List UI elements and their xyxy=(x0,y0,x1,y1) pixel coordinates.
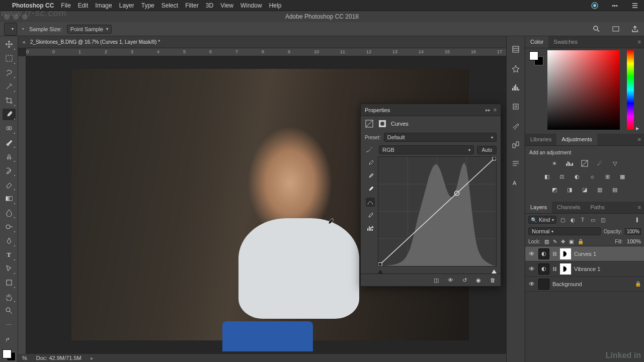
brush-tool[interactable] xyxy=(3,136,16,148)
shape-tool[interactable] xyxy=(3,277,16,289)
menu-3d[interactable]: 3D xyxy=(206,2,213,9)
edit-toolbar[interactable]: ⋯ xyxy=(3,319,16,331)
hand-tool[interactable] xyxy=(3,291,16,303)
blur-tool[interactable] xyxy=(3,207,16,219)
layer-mask-thumb[interactable] xyxy=(560,248,571,259)
menu-filter[interactable]: Filter xyxy=(185,2,199,9)
adj-mixer-icon[interactable]: ⊞ xyxy=(602,171,612,182)
toggle-visibility-icon[interactable]: 👁 xyxy=(446,276,454,284)
lasso-tool[interactable] xyxy=(3,66,16,78)
brush-panel-icon[interactable] xyxy=(511,121,521,131)
properties-panel[interactable]: Properties ▸▸ ≡ Curves Preset: Default R… xyxy=(360,104,501,287)
color-panel-fgbg[interactable] xyxy=(529,51,543,65)
layer-curves-1[interactable]: 👁 ◐ ⛓ Curves 1 xyxy=(525,246,644,261)
tab-channels[interactable]: Channels xyxy=(552,202,585,213)
color-field[interactable] xyxy=(547,50,620,130)
layers-panel-menu-icon[interactable]: ≡ xyxy=(635,202,644,213)
adj-colorbal-icon[interactable]: ⚖ xyxy=(557,171,567,182)
layer-mask-thumb[interactable] xyxy=(560,263,571,275)
visibility-toggle-icon[interactable]: 👁 xyxy=(528,281,535,288)
mask-icon[interactable] xyxy=(378,119,387,128)
tab-layers[interactable]: Layers xyxy=(525,202,552,213)
filter-pixel-icon[interactable]: ▢ xyxy=(558,216,567,224)
ruler-horizontal[interactable]: 00123456789101112131415161718 xyxy=(26,48,506,56)
history-panel-icon[interactable] xyxy=(511,44,521,54)
edit-points-icon[interactable] xyxy=(366,198,375,207)
eyedropper-black-icon[interactable] xyxy=(366,158,375,167)
eyedropper-white-icon[interactable] xyxy=(366,185,375,194)
info-panel-icon[interactable] xyxy=(511,102,521,112)
clip-warning-icon[interactable] xyxy=(366,224,375,233)
type-tool[interactable]: T xyxy=(3,249,16,261)
adj-vibrance-icon[interactable]: ▽ xyxy=(610,158,620,168)
paragraph-panel-icon[interactable] xyxy=(511,159,521,169)
blend-mode-select[interactable]: Normal xyxy=(528,227,601,235)
dodge-tool[interactable] xyxy=(3,221,16,233)
healing-brush-tool[interactable] xyxy=(3,122,16,134)
link-icon[interactable]: ⛓ xyxy=(552,266,557,272)
target-adjust-icon[interactable] xyxy=(365,145,376,155)
app-name[interactable]: Photoshop CC xyxy=(12,2,54,9)
visibility-toggle-icon[interactable]: 👁 xyxy=(528,265,535,273)
view-previous-icon[interactable]: ◉ xyxy=(474,276,482,284)
filter-shape-icon[interactable]: ▭ xyxy=(589,216,597,224)
tab-paths[interactable]: Paths xyxy=(586,202,610,213)
menu-window[interactable]: Window xyxy=(240,2,262,9)
menu-edit[interactable]: Edit xyxy=(78,2,89,9)
adjustment-thumb-icon[interactable]: ◐ xyxy=(538,263,549,275)
lock-transparency-icon[interactable]: ▧ xyxy=(544,239,549,244)
navigator-panel-icon[interactable] xyxy=(511,63,521,73)
filter-smart-icon[interactable]: ◫ xyxy=(599,216,607,224)
tab-swatches[interactable]: Swatches xyxy=(548,36,583,48)
screenmode-icon[interactable] xyxy=(611,24,621,34)
opacity-value[interactable]: 100% xyxy=(625,228,641,235)
search-icon[interactable] xyxy=(592,24,602,34)
adj-selective-icon[interactable]: ▤ xyxy=(610,185,620,195)
collapse-icon[interactable]: ▸▸ xyxy=(486,107,491,113)
clip-to-layer-icon[interactable]: ◫ xyxy=(432,276,440,284)
magic-wand-tool[interactable] xyxy=(3,80,16,93)
zoom-readout[interactable]: % xyxy=(22,355,27,361)
character-panel-icon[interactable]: A xyxy=(511,178,521,188)
clone-panel-icon[interactable] xyxy=(511,140,521,150)
menu-help[interactable]: Help xyxy=(269,2,282,9)
hue-bar[interactable] xyxy=(627,50,634,130)
trash-icon[interactable]: 🗑 xyxy=(489,276,497,284)
color-panel-menu-icon[interactable]: ≡ xyxy=(635,36,644,48)
list-icon[interactable] xyxy=(631,2,639,10)
histogram-panel-icon[interactable] xyxy=(511,82,521,93)
tab-color[interactable]: Color xyxy=(525,36,548,48)
document-tab[interactable]: 2_Skintones_B.DNG @ 16.7% (Curves 1, Lay… xyxy=(27,37,163,47)
reset-icon[interactable]: ↺ xyxy=(460,276,468,284)
filter-type-icon[interactable]: T xyxy=(579,216,587,224)
fgbg-swatch[interactable] xyxy=(2,348,17,362)
adj-levels-icon[interactable] xyxy=(565,158,575,168)
curves-sliders[interactable] xyxy=(378,268,497,274)
menu-image[interactable]: Image xyxy=(95,2,112,9)
adj-threshold-icon[interactable]: ◪ xyxy=(580,185,590,195)
menu-view[interactable]: View xyxy=(220,2,233,9)
preset-select[interactable]: Default xyxy=(384,133,497,142)
link-icon[interactable]: ⛓ xyxy=(552,251,557,256)
history-brush-tool[interactable] xyxy=(3,164,16,176)
visibility-toggle-icon[interactable]: 👁 xyxy=(528,250,535,257)
menu-type[interactable]: Type xyxy=(141,2,154,9)
eraser-tool[interactable] xyxy=(3,178,16,191)
layer-thumb[interactable] xyxy=(538,279,549,290)
adj-brightness-icon[interactable]: ☀ xyxy=(549,158,559,168)
cc-sync-icon[interactable] xyxy=(591,2,599,10)
layer-name[interactable]: Curves 1 xyxy=(574,251,596,257)
fill-value[interactable]: 100% xyxy=(627,238,641,244)
menu-select[interactable]: Select xyxy=(162,2,178,9)
gradient-tool[interactable] xyxy=(3,193,16,205)
lock-pixels-icon[interactable]: ✎ xyxy=(553,239,557,244)
eyedropper-tool[interactable] xyxy=(3,109,16,121)
share-icon[interactable] xyxy=(630,24,640,34)
auto-button[interactable]: Auto xyxy=(477,146,497,154)
lock-position-icon[interactable]: ✥ xyxy=(561,239,565,244)
adj-invert-icon[interactable]: ◩ xyxy=(549,185,559,195)
adj-posterize-icon[interactable]: ◨ xyxy=(565,185,575,195)
tab-adjustments[interactable]: Adjustments xyxy=(556,134,597,145)
more-icon[interactable]: ••• xyxy=(611,2,619,10)
lock-all-icon[interactable]: 🔒 xyxy=(578,239,584,244)
